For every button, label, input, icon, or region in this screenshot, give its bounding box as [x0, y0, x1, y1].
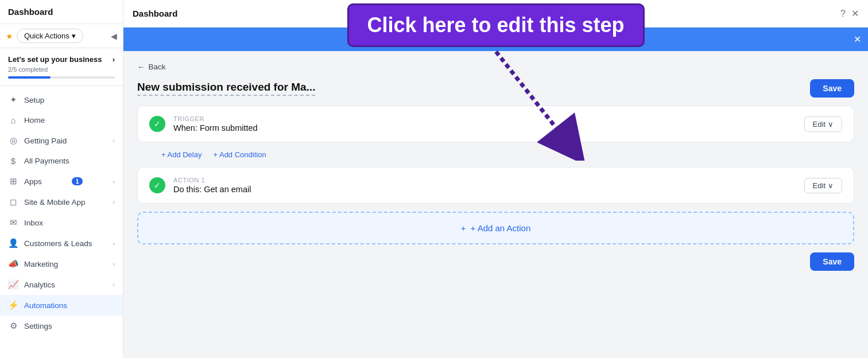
window-bar: Dashboard ? ✕ — [123, 0, 868, 28]
sidebar-item-label: Setup — [24, 96, 44, 104]
sidebar-item-label: Getting Paid — [24, 137, 67, 145]
chevron-down-icon: ∨ — [828, 120, 834, 129]
progress-fill — [8, 76, 51, 79]
main-area: Dashboard ? ✕ Done with Automations? Bac… — [123, 0, 868, 358]
star-icon: ★ — [6, 32, 13, 41]
trigger-card-body: Trigger When: Form submitted — [173, 115, 796, 133]
sidebar-header: Dashboard — [0, 0, 123, 24]
sidebar-collapse-button[interactable]: ◀ — [111, 32, 117, 41]
action-label: Action 1 — [173, 177, 796, 184]
getting-paid-icon: ◎ — [8, 135, 18, 146]
sidebar-item-site-mobile[interactable]: ◻ Site & Mobile App › — [0, 192, 123, 212]
chevron-right-icon: › — [113, 55, 115, 64]
chevron-right-icon: › — [113, 199, 115, 205]
window-title: Dashboard — [133, 9, 177, 18]
sidebar-item-home[interactable]: ⌂ Home — [0, 110, 123, 130]
content-area: ← Back New submission received for Ma...… — [123, 51, 868, 358]
back-nav[interactable]: ← Back — [137, 63, 166, 71]
setup-progress-text: 2/5 completed — [8, 66, 115, 73]
apps-badge: 1 — [72, 177, 82, 185]
sidebar-item-label: Automations — [24, 301, 67, 310]
banner-close-button[interactable]: ✕ — [854, 34, 861, 45]
add-links: + Add Delay + Add Condition — [137, 150, 854, 159]
sidebar-title: Dashboard — [8, 7, 53, 17]
plus-icon: + — [461, 223, 466, 233]
sidebar-item-label: Site & Mobile App — [24, 198, 86, 207]
home-icon: ⌂ — [8, 115, 18, 125]
progress-bar — [8, 76, 115, 79]
automations-icon: ⚡ — [8, 300, 18, 310]
edit-label: Edit — [813, 120, 826, 129]
sidebar-item-label: Analytics — [24, 281, 55, 289]
back-label: Back — [149, 63, 166, 71]
trigger-edit-button[interactable]: Edit ∨ — [804, 116, 842, 132]
setup-title-text: Let's set up your business — [8, 55, 102, 64]
customers-icon: 👤 — [8, 238, 18, 248]
save-bottom-button[interactable]: Save — [810, 252, 854, 271]
inbox-icon: ✉ — [8, 217, 18, 228]
sidebar-item-getting-paid[interactable]: ◎ Getting Paid › — [0, 130, 123, 151]
chevron-right-icon: › — [113, 281, 115, 288]
settings-icon: ⚙ — [8, 321, 18, 331]
sidebar-item-label: All Payments — [24, 157, 69, 165]
sidebar: Dashboard ★ Quick Actions ▾ ◀ Let's set … — [0, 0, 123, 358]
sidebar-item-label: Inbox — [24, 219, 43, 227]
trigger-text: When: Form submitted — [173, 123, 796, 133]
help-button[interactable]: ? — [840, 9, 846, 19]
sidebar-item-customers-leads[interactable]: 👤 Customers & Leads › — [0, 233, 123, 254]
setup-title[interactable]: Let's set up your business › — [8, 55, 115, 64]
sidebar-nav: ✦ Setup ⌂ Home ◎ Getting Paid › $ All Pa… — [0, 86, 123, 358]
sidebar-item-automations[interactable]: ⚡ Automations — [0, 295, 123, 316]
page-heading-row: New submission received for Ma... Save — [137, 79, 854, 98]
chevron-right-icon: › — [113, 178, 115, 185]
trigger-label: Trigger — [173, 115, 796, 122]
sidebar-item-setup[interactable]: ✦ Setup — [0, 90, 123, 110]
blue-banner: Done with Automations? Back to Forms ✕ — [123, 28, 868, 51]
sidebar-item-marketing[interactable]: 📣 Marketing › — [0, 254, 123, 274]
action-card: ✓ Action 1 Do this: Get an email Edit ∨ — [137, 167, 854, 204]
sidebar-item-label: Marketing — [24, 260, 58, 268]
sidebar-item-apps[interactable]: ⊞ Apps 1 › — [0, 171, 123, 192]
chevron-down-icon: ▾ — [72, 32, 76, 40]
banner-text: Done with Automations? — [417, 35, 501, 44]
window-actions: ? ✕ — [840, 8, 859, 19]
payments-icon: $ — [8, 156, 18, 166]
sidebar-item-label: Apps — [24, 177, 42, 186]
chevron-right-icon: › — [113, 240, 115, 247]
setup-icon: ✦ — [8, 95, 18, 105]
action-card-body: Action 1 Do this: Get an email — [173, 177, 796, 194]
chevron-right-icon: › — [113, 260, 115, 267]
marketing-icon: 📣 — [8, 259, 18, 269]
add-delay-link[interactable]: + Add Delay — [161, 150, 202, 159]
sidebar-item-label: Home — [24, 116, 45, 124]
add-action-box[interactable]: + + Add an Action — [137, 212, 854, 244]
quick-actions-label: Quick Actions — [24, 32, 69, 40]
sidebar-item-analytics[interactable]: 📈 Analytics › — [0, 274, 123, 295]
trigger-check-icon: ✓ — [149, 116, 165, 132]
sidebar-item-label: Settings — [24, 322, 52, 330]
sidebar-item-label: Customers & Leads — [24, 239, 92, 248]
action-edit-button[interactable]: Edit ∨ — [804, 178, 842, 193]
action-text: Do this: Get an email — [173, 185, 796, 194]
chevron-down-icon: ∨ — [828, 181, 834, 190]
action-check-icon: ✓ — [149, 177, 165, 193]
sidebar-item-all-payments[interactable]: $ All Payments — [0, 151, 123, 171]
sidebar-item-settings[interactable]: ⚙ Settings — [0, 316, 123, 336]
save-top-button[interactable]: Save — [810, 79, 854, 98]
chevron-right-icon: › — [113, 137, 115, 144]
quick-actions-button[interactable]: Quick Actions ▾ — [17, 29, 83, 43]
site-icon: ◻ — [8, 197, 18, 207]
add-action-label: + Add an Action — [471, 223, 531, 233]
sidebar-item-inbox[interactable]: ✉ Inbox — [0, 212, 123, 233]
close-button[interactable]: ✕ — [851, 8, 859, 19]
setup-section: Let's set up your business › 2/5 complet… — [0, 48, 123, 86]
add-condition-link[interactable]: + Add Condition — [213, 150, 266, 159]
page-heading: New submission received for Ma... — [137, 81, 315, 96]
back-arrow-icon: ← — [137, 63, 145, 71]
save-bottom-row: Save — [137, 252, 854, 271]
back-to-forms-button[interactable]: Back to Forms — [510, 32, 574, 46]
quick-actions-bar: ★ Quick Actions ▾ ◀ — [0, 24, 123, 48]
trigger-card: ✓ Trigger When: Form submitted Edit ∨ — [137, 106, 854, 142]
edit-label: Edit — [813, 181, 826, 190]
apps-icon: ⊞ — [8, 176, 18, 186]
